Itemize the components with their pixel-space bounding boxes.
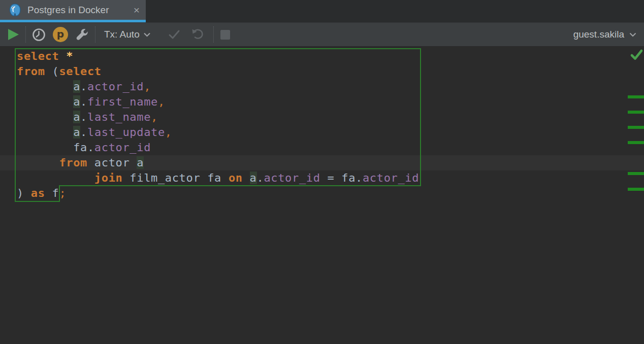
commit-check-icon [167, 27, 181, 42]
session-button[interactable]: p [53, 27, 68, 42]
tab-title: Postgres in Docker [27, 5, 109, 16]
code-line: from actor a [17, 155, 419, 170]
settings-button[interactable] [74, 27, 90, 43]
error-stripe-mark[interactable] [628, 95, 644, 98]
error-stripe-mark[interactable] [628, 126, 644, 129]
code-line: ) as f; [17, 186, 419, 201]
code-line: a.last_name, [17, 110, 419, 125]
code-line: a.last_update, [17, 125, 419, 140]
error-stripe-mark[interactable] [628, 111, 644, 114]
code-line: select * [17, 49, 419, 64]
editor-tab-bar: Postgres in Docker × [0, 0, 644, 22]
query-console-toolbar: p Tx: Auto [0, 22, 644, 47]
tab-postgres-in-docker[interactable]: Postgres in Docker × [0, 0, 146, 20]
commit-button[interactable] [167, 27, 181, 42]
postgresql-logo-icon [8, 3, 22, 17]
error-stripe-mark[interactable] [628, 141, 644, 144]
rollback-arrow-icon [190, 27, 205, 42]
chevron-down-icon [143, 32, 151, 38]
toolbar-separator [95, 26, 95, 43]
active-tab-underline [0, 20, 146, 22]
chevron-down-icon [629, 32, 637, 38]
ide-window: Postgres in Docker × p Tx: Auto [0, 0, 644, 344]
clock-icon [31, 27, 46, 42]
sql-editor[interactable]: select *from (select a.actor_id, a.first… [0, 47, 644, 344]
run-button[interactable] [5, 29, 19, 40]
schema-selector-label: guest.sakila [573, 29, 624, 40]
wrench-icon [74, 27, 90, 43]
error-stripe-mark[interactable] [628, 188, 644, 191]
stop-button[interactable] [220, 30, 230, 40]
tab-close-icon[interactable]: × [134, 5, 140, 15]
toolbar-separator [213, 26, 214, 43]
tx-mode-selector[interactable]: Tx: Auto [104, 29, 151, 40]
p-badge-icon: p [53, 27, 68, 42]
code-line: a.actor_id, [17, 79, 419, 94]
code-line: join film_actor fa on a.actor_id = fa.ac… [17, 170, 419, 186]
tx-mode-label: Tx: Auto [104, 29, 140, 40]
toolbar-separator [25, 26, 26, 43]
schema-selector[interactable]: guest.sakila [573, 29, 637, 40]
code-line: a.first_name, [17, 94, 419, 110]
inspection-status-ok-icon[interactable] [630, 48, 643, 62]
play-icon [8, 29, 19, 40]
stop-square-icon [220, 30, 230, 40]
code-area: select *from (select a.actor_id, a.first… [17, 49, 419, 201]
code-line: fa.actor_id [17, 140, 419, 155]
code-line: from (select [17, 64, 419, 79]
query-history-button[interactable] [31, 27, 46, 42]
error-stripe-mark[interactable] [628, 172, 644, 175]
rollback-button[interactable] [190, 27, 205, 42]
